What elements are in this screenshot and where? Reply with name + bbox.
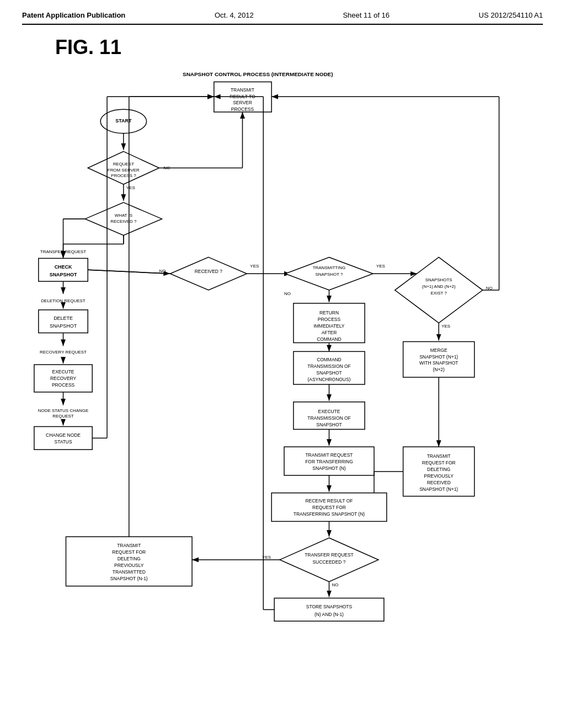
svg-text:REQUEST FOR: REQUEST FOR (312, 505, 346, 510)
svg-text:PROCESS ?: PROCESS ? (111, 173, 136, 178)
svg-text:STORE SNAPSHOTS: STORE SNAPSHOTS (306, 604, 353, 609)
svg-text:SNAPSHOT: SNAPSHOT (316, 422, 342, 427)
svg-text:SNAPSHOT: SNAPSHOT (50, 323, 77, 329)
svg-text:(ASYNCHRONOUS): (ASYNCHRONOUS) (308, 377, 351, 382)
svg-text:MERGE: MERGE (430, 347, 447, 353)
svg-text:PREVIOUSLY: PREVIOUSLY (424, 473, 454, 479)
svg-text:EXECUTE: EXECUTE (318, 409, 340, 414)
svg-text:TRANSFER REQUEST: TRANSFER REQUEST (305, 552, 354, 558)
svg-text:(N+1) AND (N+2): (N+1) AND (N+2) (422, 284, 456, 289)
svg-text:DELETING: DELETING (427, 467, 450, 472)
svg-text:YES: YES (376, 264, 385, 269)
svg-text:FROM SERVER: FROM SERVER (108, 168, 140, 173)
svg-text:TRANSFERRING SNAPSHOT (N): TRANSFERRING SNAPSHOT (N) (294, 511, 365, 517)
svg-text:YES: YES (126, 185, 135, 190)
svg-text:DELETING: DELETING (118, 556, 141, 561)
svg-text:DELETE: DELETE (54, 315, 73, 321)
svg-text:PREVIOUSLY: PREVIOUSLY (114, 563, 144, 568)
svg-text:TRANSMITTING: TRANSMITTING (313, 265, 346, 270)
svg-text:RECEIVED: RECEIVED (427, 480, 451, 485)
svg-text:COMMAND: COMMAND (317, 357, 342, 362)
svg-text:WHAT IS: WHAT IS (115, 213, 132, 218)
svg-text:EXECUTE: EXECUTE (52, 369, 74, 374)
svg-text:TRANSMIT: TRANSMIT (427, 453, 451, 459)
svg-text:REQUEST FOR: REQUEST FOR (422, 460, 456, 465)
svg-text:REQUEST FOR: REQUEST FOR (112, 549, 146, 555)
svg-text:SNAPSHOT: SNAPSHOT (50, 272, 77, 277)
svg-text:(N+2): (N+2) (433, 367, 445, 372)
svg-text:REQUEST: REQUEST (52, 414, 74, 419)
svg-text:(N) AND (N-1): (N) AND (N-1) (315, 612, 344, 617)
svg-text:SNAPSHOTS: SNAPSHOTS (425, 277, 452, 282)
svg-text:TRANSMITTED: TRANSMITTED (113, 569, 146, 575)
svg-text:PROCESS: PROCESS (318, 317, 341, 322)
svg-text:SUCCEEDED ?: SUCCEEDED ? (312, 559, 345, 565)
svg-text:WITH SNAPSHOT: WITH SNAPSHOT (419, 360, 458, 366)
svg-text:RECOVERY REQUEST: RECOVERY REQUEST (40, 350, 87, 355)
svg-text:COMMAND: COMMAND (317, 336, 342, 342)
svg-text:NODE STATUS CHANGE: NODE STATUS CHANGE (38, 408, 88, 413)
svg-text:CHANGE NODE: CHANGE NODE (46, 432, 81, 438)
store-snapshots-box (274, 598, 384, 622)
svg-text:SNAPSHOT ?: SNAPSHOT ? (315, 272, 343, 277)
svg-text:NO: NO (332, 582, 338, 587)
svg-text:RESULT TO: RESULT TO (230, 94, 255, 99)
svg-text:SNAPSHOT (N+1): SNAPSHOT (N+1) (419, 486, 458, 492)
svg-text:YES: YES (250, 264, 259, 269)
svg-text:RETURN: RETURN (319, 310, 339, 315)
svg-text:RECEIVED ?: RECEIVED ? (110, 219, 137, 224)
change-node-status-box (34, 426, 92, 449)
svg-text:SNAPSHOT (N-1): SNAPSHOT (N-1) (110, 576, 148, 581)
svg-text:RECOVERY: RECOVERY (50, 376, 77, 381)
svg-text:RECEIVE RESULT OF: RECEIVE RESULT OF (305, 498, 353, 504)
diagram-area: SNAPSHOT CONTROL PROCESS (INTERMEDIATE N… (22, 65, 543, 699)
svg-text:STATUS: STATUS (55, 439, 72, 445)
snapshots-exist-diamond (395, 257, 483, 323)
page-header: Patent Application Publication Oct. 4, 2… (22, 11, 543, 25)
svg-text:SNAPSHOT (N+1): SNAPSHOT (N+1) (419, 354, 458, 360)
svg-text:FOR TRANSFERRING: FOR TRANSFERRING (305, 459, 353, 464)
svg-text:SNAPSHOT: SNAPSHOT (316, 370, 342, 376)
check-snapshot-box (39, 258, 88, 281)
svg-text:AFTER: AFTER (322, 330, 337, 335)
page: Patent Application Publication Oct. 4, 2… (0, 0, 565, 728)
svg-text:EXIST ?: EXIST ? (430, 291, 447, 296)
header-patent: US 2012/254110 A1 (479, 11, 543, 19)
header-sheet: Sheet 11 of 16 (343, 11, 390, 19)
svg-text:TRANSMISSION OF: TRANSMISSION OF (307, 363, 350, 369)
delete-snapshot-box (39, 310, 88, 333)
svg-text:PROCESS: PROCESS (52, 382, 75, 388)
svg-text:RECEIVED ?: RECEIVED ? (195, 269, 222, 274)
svg-text:IMMEDIATELY: IMMEDIATELY (313, 323, 344, 329)
svg-text:TRANSMISSION OF: TRANSMISSION OF (307, 415, 350, 421)
header-publication: Patent Application Publication (22, 11, 125, 19)
svg-text:REQUEST: REQUEST (113, 162, 135, 167)
svg-text:TRANSMIT REQUEST: TRANSMIT REQUEST (305, 452, 353, 458)
svg-text:TRANSMIT: TRANSMIT (117, 543, 141, 548)
svg-text:SNAPSHOT (N): SNAPSHOT (N) (312, 465, 346, 471)
diagram-title: SNAPSHOT CONTROL PROCESS (INTERMEDIATE N… (183, 71, 333, 77)
svg-text:TRANSMIT: TRANSMIT (231, 87, 254, 93)
svg-text:YES: YES (441, 324, 450, 329)
header-date: Oct. 4, 2012 (215, 11, 254, 19)
svg-text:PROCESS: PROCESS (231, 106, 254, 112)
svg-text:CHECK: CHECK (55, 264, 72, 270)
svg-text:NO: NO (284, 291, 291, 296)
fig-title: FIG. 11 (55, 36, 543, 59)
svg-text:SERVER: SERVER (233, 100, 252, 105)
